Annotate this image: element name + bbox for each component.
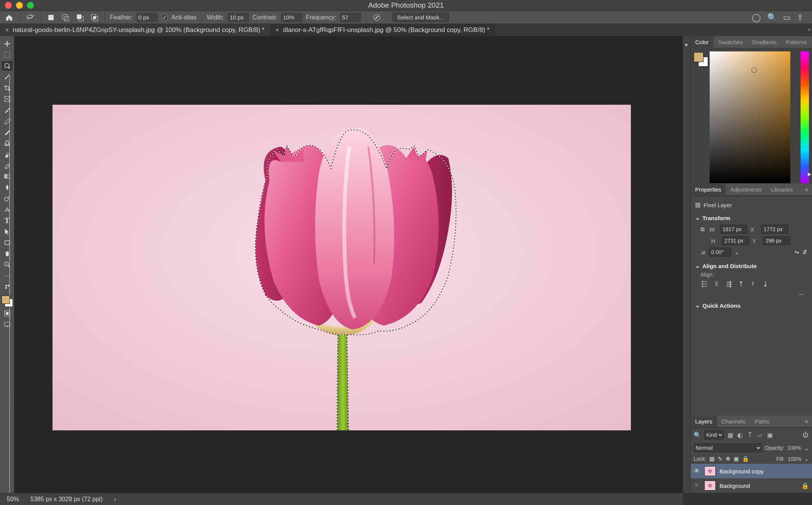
angle-field[interactable]	[709, 248, 731, 257]
eraser-tool[interactable]	[2, 161, 13, 170]
x-field[interactable]	[761, 225, 788, 234]
filter-adjust-icon[interactable]: ◐	[737, 431, 744, 439]
filter-smart-icon[interactable]: ▣	[766, 431, 773, 439]
minimize-window-button[interactable]	[16, 2, 23, 9]
zoom-level[interactable]: 50%	[7, 496, 19, 503]
hue-slider[interactable]: ▶	[801, 51, 809, 183]
panel-menu-icon[interactable]: ≡	[800, 184, 812, 196]
add-selection-button[interactable]	[60, 12, 71, 23]
flip-horizontal-icon[interactable]: ⇋	[794, 249, 799, 256]
document-tab[interactable]: × dlanor-s-ATgfRqpFfFI-unsplash.jpg @ 50…	[270, 24, 495, 36]
align-right-icon[interactable]: ⇶	[725, 280, 732, 288]
search-icon[interactable]: 🔍	[694, 431, 701, 439]
close-tab-icon[interactable]: ×	[5, 27, 9, 34]
align-bottom-icon[interactable]: ⤓	[761, 280, 769, 288]
align-vcenter-icon[interactable]: ⫯	[749, 280, 757, 288]
fill-dropdown-icon[interactable]: ⌄	[804, 456, 809, 462]
more-options-icon[interactable]: ⋯	[695, 291, 807, 297]
filter-pixel-icon[interactable]: ▦	[727, 431, 734, 439]
lock-paint-icon[interactable]: ✎	[718, 455, 723, 462]
link-wh-icon[interactable]: ⧉	[701, 226, 705, 233]
collapse-tabs-icon[interactable]: «	[807, 26, 810, 32]
tab-color[interactable]: Color	[691, 36, 713, 48]
intersect-selection-button[interactable]	[89, 12, 100, 23]
layer-name[interactable]: Background	[720, 483, 750, 489]
layer-thumbnail[interactable]: ✿	[704, 481, 716, 491]
tab-libraries[interactable]: Libraries	[766, 184, 798, 196]
chevron-down-icon[interactable]: ⌄	[695, 262, 700, 269]
frequency-input[interactable]	[340, 13, 361, 22]
subtract-selection-button[interactable]	[75, 12, 85, 23]
lock-transparency-icon[interactable]: ▦	[709, 455, 715, 462]
close-window-button[interactable]	[5, 2, 12, 9]
filter-type-icon[interactable]: T	[747, 431, 753, 438]
canvas-area[interactable]	[14, 36, 683, 493]
opacity-value[interactable]: 100%	[787, 445, 801, 451]
type-tool[interactable]: T	[2, 216, 13, 225]
screen-mode-button[interactable]	[2, 320, 13, 329]
gradient-tool[interactable]	[2, 172, 13, 181]
blur-tool[interactable]	[2, 183, 13, 192]
close-tab-icon[interactable]: ×	[275, 27, 279, 34]
document-info[interactable]: 5385 px x 3029 px (72 ppi)	[30, 496, 102, 503]
document-tab[interactable]: × natural-goods-berlin-L6NP4ZGnpSY-unspl…	[0, 24, 270, 36]
magic-wand-tool[interactable]	[2, 72, 13, 82]
expand-dock-icon[interactable]: ▸	[683, 41, 690, 48]
filter-kind-select[interactable]: Kind	[704, 430, 724, 439]
tab-properties[interactable]: Properties	[691, 184, 726, 196]
select-and-mask-button[interactable]: Select and Mask...	[392, 13, 449, 22]
width-input[interactable]	[228, 13, 249, 22]
hue-marker[interactable]: ▶	[808, 171, 811, 177]
zoom-tool[interactable]	[2, 260, 13, 269]
dock-collapse-strip[interactable]: ▸	[683, 36, 690, 493]
eyedropper-tool[interactable]	[2, 105, 13, 115]
brush-tool[interactable]	[2, 128, 13, 137]
contrast-input[interactable]	[281, 13, 302, 22]
path-select-tool[interactable]	[2, 227, 13, 236]
maximize-window-button[interactable]	[27, 2, 34, 9]
home-button[interactable]	[4, 12, 14, 23]
width-field[interactable]	[720, 225, 747, 234]
clone-tool[interactable]	[2, 139, 13, 148]
feather-input[interactable]	[137, 13, 158, 22]
lock-artboard-icon[interactable]: ▣	[734, 455, 739, 462]
tab-adjustments[interactable]: Adjustments	[726, 184, 766, 196]
layer-name[interactable]: Background copy	[720, 468, 764, 475]
layer-row[interactable]: 👁 ✿ Background copy	[691, 464, 812, 478]
y-field[interactable]	[763, 236, 790, 245]
tool-preset-button[interactable]	[25, 12, 35, 23]
more-tools[interactable]: ⋯	[2, 271, 13, 280]
align-top-icon[interactable]: ⤒	[737, 280, 745, 288]
panel-foreground-swatch[interactable]	[694, 52, 704, 62]
angle-dropdown-icon[interactable]: ⌄	[734, 249, 739, 256]
tab-channels[interactable]: Channels	[717, 416, 750, 428]
search-icon[interactable]: 🔍	[767, 13, 777, 22]
layer-row[interactable]: 👁 ✿ Background 🔒	[691, 478, 812, 493]
move-tool[interactable]	[2, 39, 13, 48]
color-swatches[interactable]	[2, 296, 13, 307]
history-brush-tool[interactable]	[2, 150, 13, 159]
pen-tool[interactable]	[2, 205, 13, 214]
antialias-checkbox[interactable]: ✓	[161, 14, 168, 21]
chevron-down-icon[interactable]: ⌄	[695, 214, 700, 221]
flip-vertical-icon[interactable]: ⇵	[802, 249, 807, 256]
new-selection-button[interactable]	[46, 12, 56, 23]
color-picker-ring[interactable]	[751, 67, 757, 73]
lock-position-icon[interactable]: ✥	[726, 455, 731, 462]
workspace-icon[interactable]: ▭	[783, 13, 791, 22]
lock-icon[interactable]: 🔒	[801, 482, 809, 489]
share-icon[interactable]: ⇪	[797, 13, 804, 22]
frame-tool[interactable]	[2, 94, 13, 104]
spot-heal-tool[interactable]	[2, 117, 13, 126]
tab-paths[interactable]: Paths	[750, 416, 774, 428]
align-left-icon[interactable]: ⬱	[701, 280, 708, 288]
opacity-dropdown-icon[interactable]: ⌄	[804, 444, 809, 452]
edit-toolbar-button[interactable]	[2, 282, 13, 291]
shape-tool[interactable]	[2, 238, 13, 247]
visibility-icon[interactable]: 👁	[694, 468, 701, 475]
fill-value[interactable]: 100%	[788, 456, 801, 462]
color-field[interactable]	[710, 51, 790, 183]
lock-all-icon[interactable]: 🔒	[742, 455, 749, 462]
hand-tool[interactable]	[2, 249, 13, 258]
dodge-tool[interactable]	[2, 194, 13, 203]
